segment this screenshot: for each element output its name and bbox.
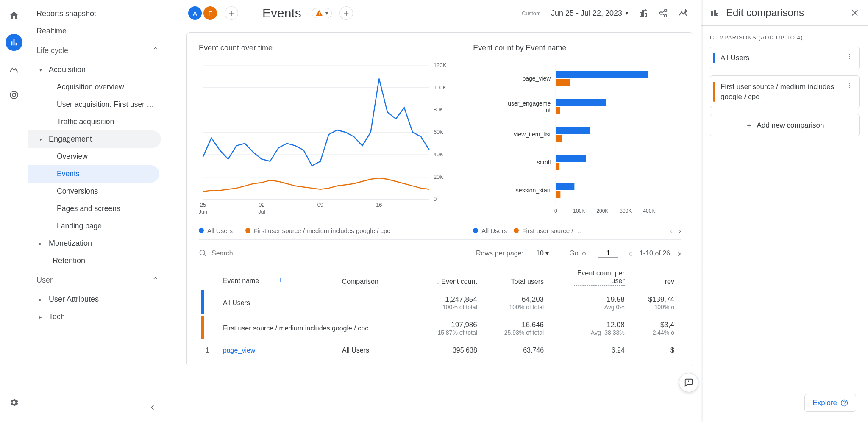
- comparison-card[interactable]: All Users ⋮: [710, 47, 860, 69]
- share-icon[interactable]: [659, 8, 668, 18]
- svg-rect-3: [643, 11, 644, 16]
- summary-label: All Users: [223, 299, 250, 306]
- nav-tech[interactable]: Tech: [28, 308, 167, 325]
- more-menu-icon[interactable]: ⋮: [844, 53, 855, 60]
- nav-events[interactable]: Events: [28, 165, 159, 183]
- nav-pages-screens[interactable]: Pages and screens: [28, 200, 159, 217]
- comparison-chip-a[interactable]: A: [188, 6, 202, 20]
- legend-dot-orange: [514, 228, 519, 233]
- date-range-text: Jun 25 - Jul 22, 2023: [551, 9, 622, 18]
- date-range-picker[interactable]: Jun 25 - Jul 22, 2023 ▾: [551, 9, 628, 18]
- svg-point-6: [660, 12, 662, 14]
- add-dimension-icon[interactable]: +: [278, 275, 284, 285]
- nav-engagement[interactable]: Engagement: [28, 130, 161, 148]
- svg-rect-37: [556, 127, 590, 134]
- svg-point-5: [665, 9, 667, 12]
- nav-overview[interactable]: Overview: [28, 148, 159, 165]
- svg-text:session_start: session_start: [516, 187, 551, 194]
- explore-button[interactable]: Explore: [804, 394, 856, 412]
- warning-icon: [315, 9, 323, 17]
- col-revenue[interactable]: rev: [632, 265, 681, 290]
- rows-per-page-select[interactable]: 10 ▾: [534, 248, 559, 258]
- svg-rect-2: [640, 12, 641, 16]
- svg-rect-34: [556, 99, 606, 106]
- nav-acquisition[interactable]: Acquisition: [28, 61, 167, 78]
- admin-gear-icon[interactable]: [7, 396, 21, 409]
- nav-acquisition-overview[interactable]: Acquisition overview: [28, 78, 159, 96]
- legend-prev-icon[interactable]: ‹: [670, 227, 672, 234]
- col-count-per-user[interactable]: Event count per user: [551, 265, 632, 290]
- search-icon[interactable]: [199, 249, 207, 258]
- edit-comparisons-panel: Edit comparisons Comparisons (add up to …: [701, 0, 868, 422]
- collapse-nav-icon[interactable]: ‹: [150, 400, 154, 414]
- bar-chart-legend: All Users First user source / m… ‹ ›: [473, 227, 681, 234]
- legend-next-icon[interactable]: ›: [679, 227, 681, 234]
- legend-dot-blue: [199, 228, 204, 233]
- sidepanel-title: Edit comparisons: [726, 7, 804, 19]
- table-search-input[interactable]: [211, 250, 262, 257]
- close-icon[interactable]: [850, 8, 860, 17]
- table-row[interactable]: 1 page_view All Users 395,638 63,746 6.2…: [199, 341, 681, 360]
- left-nav: Reports snapshot Realtime Life cycle ⌃ A…: [28, 0, 167, 422]
- chevron-up-icon: ⌃: [152, 46, 159, 55]
- advertising-icon[interactable]: [7, 88, 21, 102]
- goto-page-input[interactable]: [598, 250, 618, 258]
- events-table: Event name + Comparison ↓Event count Tot…: [199, 265, 681, 359]
- feedback-button[interactable]: [679, 373, 698, 392]
- time-chart-legend: All Users First user source / medium inc…: [199, 227, 459, 234]
- col-comparison: Comparison: [335, 265, 416, 290]
- comparison-card[interactable]: First user source / medium includes goog…: [710, 75, 860, 108]
- nav-section-user[interactable]: User ⌃: [28, 269, 167, 291]
- more-menu-icon[interactable]: ⋮: [844, 82, 855, 89]
- add-comparison-chip[interactable]: ＋: [225, 6, 238, 20]
- svg-rect-53: [714, 10, 715, 16]
- nav-traffic-acquisition[interactable]: Traffic acquisition: [28, 113, 159, 130]
- data-quality-warning[interactable]: ▾: [312, 8, 332, 18]
- nav-user-acquisition[interactable]: User acquisition: First user …: [28, 96, 159, 113]
- legend-all-users: All Users: [481, 227, 507, 234]
- svg-rect-31: [556, 79, 570, 86]
- svg-text:page_view: page_view: [523, 75, 551, 82]
- col-event-count[interactable]: ↓Event count: [416, 265, 484, 290]
- event-link[interactable]: page_view: [223, 347, 256, 354]
- svg-text:Jun: Jun: [199, 208, 207, 215]
- comparison-text: All Users: [721, 53, 844, 63]
- col-event-name[interactable]: Event name +: [216, 265, 335, 290]
- nav-section-life-cycle[interactable]: Life cycle ⌃: [28, 40, 167, 61]
- svg-text:Jul: Jul: [258, 208, 265, 215]
- page-prev-icon[interactable]: ‹: [629, 247, 632, 259]
- comparison-chip-f[interactable]: F: [203, 6, 217, 20]
- time-series-chart: 020K40K60K80K100K120K25Jun02Jul0916: [199, 60, 459, 221]
- reports-icon[interactable]: [6, 34, 22, 51]
- nav-conversions[interactable]: Conversions: [28, 183, 159, 200]
- nav-reports-snapshot[interactable]: Reports snapshot: [28, 5, 161, 22]
- svg-text:100K: 100K: [573, 208, 585, 214]
- page-range-label: 1-10 of 26: [640, 250, 670, 257]
- add-comparison-label: Add new comparison: [757, 121, 824, 130]
- nav-realtime[interactable]: Realtime: [28, 22, 161, 40]
- nav-user-attributes[interactable]: User Attributes: [28, 291, 167, 308]
- svg-text:scroll: scroll: [537, 159, 551, 166]
- svg-point-1: [12, 93, 16, 97]
- add-new-comparison-button[interactable]: ＋ Add new comparison: [710, 114, 860, 136]
- nav-monetization[interactable]: Monetization: [28, 235, 167, 252]
- page-next-icon[interactable]: ›: [678, 247, 681, 259]
- nav-landing-page[interactable]: Landing page: [28, 217, 159, 235]
- add-filter-chip[interactable]: ＋: [339, 6, 353, 20]
- analytics-icon: [710, 8, 720, 18]
- customize-report-icon[interactable]: [638, 8, 648, 18]
- help-icon: [840, 399, 848, 407]
- svg-point-7: [665, 15, 667, 17]
- explore-icon[interactable]: [7, 63, 21, 76]
- home-icon[interactable]: [7, 8, 21, 22]
- chevron-up-icon: ⌃: [152, 275, 159, 285]
- legend-cpc: First user source / medium includes goog…: [254, 227, 390, 234]
- nav-retention[interactable]: Retention: [28, 252, 167, 269]
- svg-text:40K: 40K: [434, 151, 443, 158]
- insights-icon[interactable]: [678, 8, 688, 18]
- svg-text:400K: 400K: [643, 208, 655, 214]
- col-total-users[interactable]: Total users: [484, 265, 551, 290]
- legend-all-users: All Users: [207, 227, 233, 234]
- rows-per-page-label: Rows per page:: [476, 250, 523, 257]
- svg-text:16: 16: [376, 202, 382, 208]
